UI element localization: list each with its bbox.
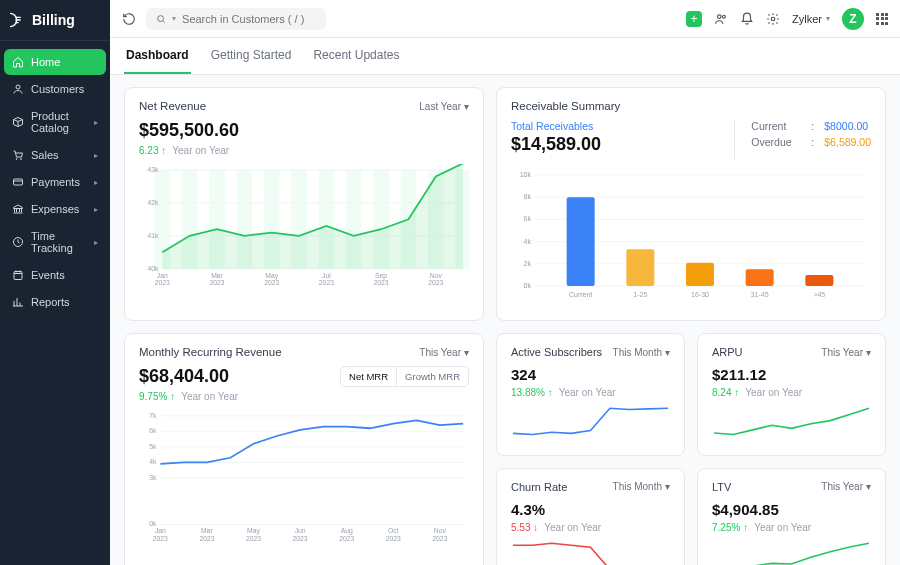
sidebar-item-expenses[interactable]: Expenses▸	[4, 196, 106, 222]
total-receivables-value: $14,589.00	[511, 134, 718, 155]
sidebar-item-label: Expenses	[31, 203, 79, 215]
svg-text:0k: 0k	[524, 282, 532, 289]
sidebar-item-reports[interactable]: Reports	[4, 289, 106, 315]
svg-text:4k: 4k	[524, 238, 532, 245]
svg-text:May: May	[247, 527, 260, 535]
svg-point-1	[16, 85, 20, 89]
sidebar-item-label: Events	[31, 269, 65, 281]
svg-text:2023: 2023	[319, 279, 334, 286]
svg-point-7	[158, 15, 164, 21]
total-receivables-label: Total Receivables	[511, 120, 718, 132]
sidebar-item-sales[interactable]: Sales▸	[4, 142, 106, 168]
card-title: Receivable Summary	[511, 100, 620, 112]
svg-text:Jun: Jun	[295, 527, 306, 534]
ltv-card: LTV This Year▾ $4,904.85 7.25% ↑Year on …	[697, 468, 886, 565]
net-revenue-delta: 6.23 ↑ Year on Year	[139, 145, 469, 156]
svg-text:Jul: Jul	[322, 272, 331, 279]
sidebar-item-label: Sales	[31, 149, 59, 161]
chevron-down-icon: ▾	[464, 101, 469, 112]
svg-text:2023: 2023	[386, 535, 401, 542]
sidebar-item-label: Customers	[31, 83, 84, 95]
sidebar-item-label: Payments	[31, 176, 80, 188]
svg-text:Mar: Mar	[211, 272, 223, 279]
brand: Billing	[0, 0, 110, 41]
users-icon[interactable]	[714, 12, 728, 26]
arpu-sparkline	[712, 404, 871, 439]
svg-text:16-30: 16-30	[691, 291, 709, 298]
sidebar-item-label: Home	[31, 56, 60, 68]
sidebar-item-events[interactable]: Events	[4, 262, 106, 288]
churn-card: Churn Rate This Month▾ 4.3% 5.53 ↓Year o…	[496, 468, 685, 565]
svg-text:43k: 43k	[147, 166, 159, 173]
svg-text:10k: 10k	[520, 171, 532, 178]
svg-text:2k: 2k	[524, 260, 532, 267]
svg-text:Jan: Jan	[157, 272, 168, 279]
receivable-breakdown: Current:$8000.00 Overdue:$6,589.00	[734, 120, 871, 159]
period-selector[interactable]: This Month▾	[613, 347, 670, 358]
org-selector[interactable]: Zylker▾	[792, 13, 830, 25]
refresh-icon[interactable]	[122, 12, 136, 26]
net-revenue-card: Net Revenue Last Year▾ $595,500.60 6.23 …	[124, 87, 484, 321]
sidebar-item-time-tracking[interactable]: Time Tracking▸	[4, 223, 106, 261]
svg-text:>45: >45	[813, 291, 825, 298]
chevron-right-icon: ▸	[94, 205, 98, 214]
svg-text:May: May	[265, 272, 278, 280]
svg-text:3k: 3k	[149, 474, 157, 481]
period-selector[interactable]: This Year▾	[821, 347, 871, 358]
period-selector[interactable]: This Year▾	[419, 347, 469, 358]
svg-text:2023: 2023	[209, 279, 224, 286]
search-box[interactable]: ▾	[146, 8, 326, 30]
bell-icon[interactable]	[740, 12, 754, 26]
bank-icon	[12, 203, 24, 215]
svg-text:2023: 2023	[428, 279, 443, 286]
search-icon	[156, 13, 166, 25]
mrr-toggle[interactable]: Net MRR Growth MRR	[340, 366, 469, 387]
tab-dashboard[interactable]: Dashboard	[124, 38, 191, 74]
add-button[interactable]: +	[686, 11, 702, 27]
clock-icon	[12, 236, 24, 248]
growth-mrr-option[interactable]: Growth MRR	[397, 367, 468, 386]
tab-getting-started[interactable]: Getting Started	[209, 38, 294, 74]
payment-icon	[12, 176, 24, 188]
chevron-right-icon: ▸	[94, 238, 98, 247]
period-selector[interactable]: Last Year▾	[419, 101, 469, 112]
tabs: DashboardGetting StartedRecent Updates	[110, 38, 900, 75]
period-selector[interactable]: This Year▾	[821, 481, 871, 492]
sidebar-item-customers[interactable]: Customers	[4, 76, 106, 102]
mrr-chart: 0k3k4k5k6k7kJan2023Mar2023May2023Jun2023…	[139, 410, 469, 546]
sidebar-item-home[interactable]: Home	[4, 49, 106, 75]
sidebar-item-product-catalog[interactable]: Product Catalog▸	[4, 103, 106, 141]
sidebar-item-payments[interactable]: Payments▸	[4, 169, 106, 195]
tab-recent-updates[interactable]: Recent Updates	[311, 38, 401, 74]
gear-icon[interactable]	[766, 12, 780, 26]
chevron-down-icon: ▾	[866, 481, 871, 492]
svg-rect-4	[14, 179, 23, 185]
svg-text:2023: 2023	[339, 535, 354, 542]
net-revenue-chart: 40k41k42k43kJan2023Mar2023May2023Jul2023…	[139, 164, 469, 290]
svg-rect-59	[686, 263, 714, 286]
box-icon	[12, 116, 24, 128]
mrr-value: $68,404.00	[139, 366, 238, 387]
svg-text:2023: 2023	[153, 535, 168, 542]
net-mrr-option[interactable]: Net MRR	[341, 367, 397, 386]
chevron-down-icon: ▾	[866, 347, 871, 358]
svg-text:2023: 2023	[155, 279, 170, 286]
net-revenue-value: $595,500.60	[139, 120, 469, 141]
search-input[interactable]	[182, 13, 316, 25]
sidebar-item-label: Time Tracking	[31, 230, 87, 254]
avatar[interactable]: Z	[842, 8, 864, 30]
svg-text:6k: 6k	[149, 427, 157, 434]
arpu-card: ARPU This Year▾ $211.12 8.24 ↑Year on Ye…	[697, 333, 886, 456]
svg-text:4k: 4k	[149, 458, 157, 465]
period-selector[interactable]: This Month▾	[613, 481, 670, 492]
svg-rect-57	[626, 249, 654, 286]
svg-point-3	[21, 159, 22, 160]
sidebar-nav: HomeCustomersProduct Catalog▸Sales▸Payme…	[0, 41, 110, 323]
apps-icon[interactable]	[876, 13, 888, 25]
svg-text:Aug: Aug	[341, 527, 353, 535]
svg-text:6k: 6k	[524, 215, 532, 222]
subscribers-sparkline	[511, 404, 670, 439]
svg-rect-55	[567, 197, 595, 286]
svg-text:5k: 5k	[149, 443, 157, 450]
svg-text:8k: 8k	[524, 193, 532, 200]
